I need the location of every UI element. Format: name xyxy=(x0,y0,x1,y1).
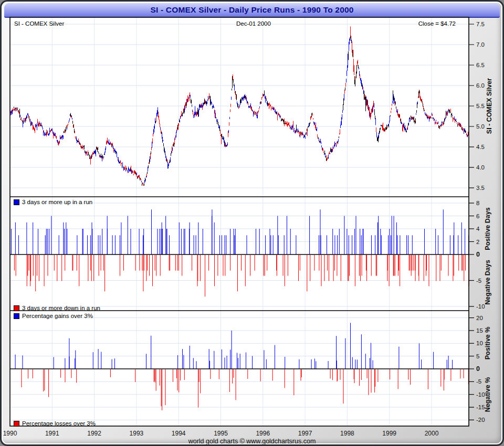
svg-text:6.5: 6.5 xyxy=(476,62,485,68)
chart-canvas: 7.57.06.56.05.55.04.54.03.586420-5-10201… xyxy=(2,2,502,444)
chart-window: SI - COMEX Silver - Daily Price Runs - 1… xyxy=(0,0,504,446)
svg-text:4.5: 4.5 xyxy=(476,144,485,150)
svg-text:8: 8 xyxy=(476,200,479,206)
svg-text:-5: -5 xyxy=(476,378,481,385)
legend-pct-down: Percentage losses over 3% xyxy=(14,420,96,427)
legend-pct-up-swatch-icon xyxy=(14,313,19,319)
svg-text:1990: 1990 xyxy=(3,430,17,437)
svg-text:SI - COMEX Silver: SI - COMEX Silver xyxy=(486,78,493,134)
svg-text:2000: 2000 xyxy=(425,430,439,437)
x-axis: 1990199119921993199419951996199719981999… xyxy=(3,430,439,437)
svg-text:Negative Days: Negative Days xyxy=(484,260,491,305)
legend-up-swatch-icon xyxy=(14,199,19,205)
svg-text:4.0: 4.0 xyxy=(476,164,485,171)
svg-text:Positive Days: Positive Days xyxy=(484,207,491,250)
svg-text:5.5: 5.5 xyxy=(476,103,485,109)
svg-text:10: 10 xyxy=(476,340,483,346)
svg-text:5.0: 5.0 xyxy=(476,123,485,130)
legend-pct-down-label: Percentage losses over 3% xyxy=(22,420,96,427)
svg-text:1996: 1996 xyxy=(256,430,270,437)
legend-pct-down-swatch-icon xyxy=(14,421,19,427)
svg-text:Positive %: Positive % xyxy=(484,327,491,360)
svg-text:0: 0 xyxy=(476,251,480,258)
svg-text:Negative %: Negative % xyxy=(484,377,491,412)
svg-text:1992: 1992 xyxy=(87,430,101,437)
svg-text:6: 6 xyxy=(476,213,479,219)
footer-credit: world gold charts © www.goldchartsrus.co… xyxy=(2,438,502,445)
y-axis-titles: SI - COMEX SilverPositive DaysNegative D… xyxy=(484,78,493,412)
svg-text:20: 20 xyxy=(476,315,483,321)
svg-text:4: 4 xyxy=(476,226,480,232)
legend-runs-down: 3 days or more down in a run xyxy=(14,305,100,311)
legend-runs-up-label: 3 days or more up in a run xyxy=(22,199,92,205)
svg-text:1994: 1994 xyxy=(172,430,186,437)
svg-text:1995: 1995 xyxy=(214,430,228,437)
header-date-label: Dec-01 2000 xyxy=(23,20,485,27)
legend-pct-up-label: Percentage gains over 3% xyxy=(22,313,93,319)
svg-text:1997: 1997 xyxy=(298,430,312,437)
svg-text:1993: 1993 xyxy=(130,430,144,437)
svg-text:15: 15 xyxy=(476,327,483,334)
svg-text:5: 5 xyxy=(476,353,479,359)
y-axis-right: 7.57.06.56.05.55.04.54.03.586420-5-10201… xyxy=(469,21,485,423)
svg-text:0: 0 xyxy=(476,365,480,373)
svg-text:-5: -5 xyxy=(476,278,481,284)
svg-text:2: 2 xyxy=(476,239,479,245)
svg-text:1998: 1998 xyxy=(340,430,354,437)
legend-down-swatch-icon xyxy=(14,305,19,311)
svg-text:3.5: 3.5 xyxy=(476,185,485,191)
svg-text:7.0: 7.0 xyxy=(476,41,485,48)
legend-runs-down-label: 3 days or more down in a run xyxy=(22,305,100,311)
svg-text:-20: -20 xyxy=(476,417,485,423)
legend-pct-up: Percentage gains over 3% xyxy=(14,313,93,319)
header-close-label: Close = $4.72 xyxy=(418,20,456,27)
legend-runs-up: 3 days or more up in a run xyxy=(14,199,92,205)
svg-text:1991: 1991 xyxy=(45,430,59,437)
plot-background xyxy=(10,17,469,426)
svg-text:6.0: 6.0 xyxy=(476,82,485,89)
svg-text:1999: 1999 xyxy=(382,430,396,437)
